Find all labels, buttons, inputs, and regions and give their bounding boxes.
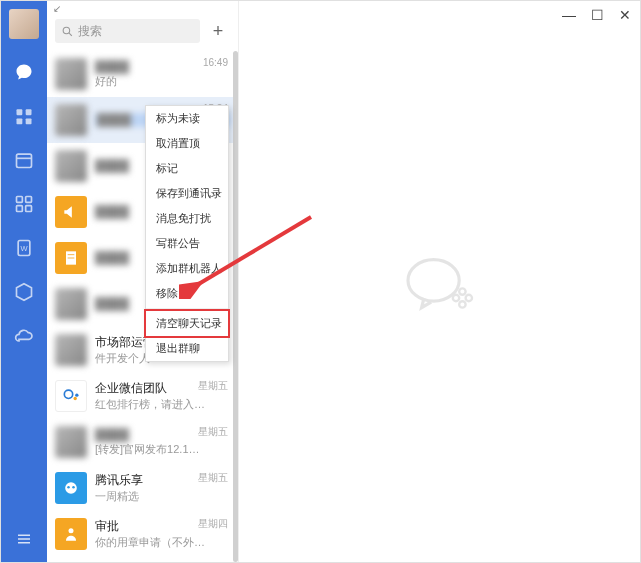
context-menu-item[interactable]: 退出群聊 <box>146 336 228 361</box>
main-area: — ☐ ✕ <box>239 1 640 562</box>
context-menu-item[interactable]: 移除 <box>146 281 228 306</box>
conversation-preview: 红包排行榜，请进入… <box>95 397 230 412</box>
search-row: 搜索 + <box>47 15 238 51</box>
panel-topbar: ↙ <box>47 1 238 15</box>
conversation-time: 星期五 <box>198 425 228 439</box>
conversation-item[interactable]: 审批你的用章申请（不外…星期四 <box>47 511 238 557</box>
conversation-time: 星期五 <box>198 379 228 393</box>
conversation-preview: 好的 <box>95 74 230 89</box>
svg-point-31 <box>452 294 458 300</box>
conversation-time: 星期五 <box>198 471 228 485</box>
context-menu-item[interactable]: 消息免打扰 <box>146 206 228 231</box>
workbench-icon[interactable] <box>13 193 35 215</box>
svg-rect-0 <box>17 109 23 115</box>
context-menu: 标为未读取消置顶标记保存到通讯录消息免打扰写群公告添加群机器人移除清空聊天记录退… <box>145 105 229 362</box>
svg-rect-1 <box>26 109 32 115</box>
cloud-icon[interactable] <box>13 325 35 347</box>
contacts-icon[interactable] <box>13 105 35 127</box>
conversation-item[interactable]: 企业微信团队红包排行榜，请进入…星期五 <box>47 373 238 419</box>
svg-point-23 <box>65 482 77 494</box>
svg-rect-7 <box>26 197 32 203</box>
maximize-button[interactable]: ☐ <box>590 7 604 23</box>
menu-toggle-icon[interactable] <box>13 528 35 550</box>
conversation-time: 16:49 <box>203 57 228 68</box>
svg-rect-3 <box>26 119 32 125</box>
context-menu-item[interactable]: 标为未读 <box>146 106 228 131</box>
window-controls: — ☐ ✕ <box>562 7 632 23</box>
svg-point-24 <box>67 486 70 489</box>
box-icon[interactable] <box>13 281 35 303</box>
svg-point-28 <box>459 288 465 294</box>
context-menu-item[interactable]: 添加群机器人 <box>146 256 228 281</box>
svg-rect-4 <box>17 154 32 167</box>
svg-point-29 <box>465 294 471 300</box>
docs-icon[interactable]: W <box>13 237 35 259</box>
context-menu-item[interactable]: 标记 <box>146 156 228 181</box>
calendar-icon[interactable] <box>13 149 35 171</box>
user-avatar[interactable] <box>9 9 39 39</box>
close-button[interactable]: ✕ <box>618 7 632 23</box>
svg-point-15 <box>63 27 69 34</box>
svg-point-25 <box>72 486 75 489</box>
search-input[interactable]: 搜索 <box>55 19 200 43</box>
search-placeholder: 搜索 <box>78 23 102 40</box>
svg-point-26 <box>69 528 74 533</box>
wecom-logo-icon <box>400 242 480 322</box>
conversation-preview: 你的用章申请（不外… <box>95 535 230 550</box>
svg-rect-8 <box>17 206 23 212</box>
context-menu-item[interactable]: 写群公告 <box>146 231 228 256</box>
conversation-item[interactable]: ████好的16:49 <box>47 51 238 97</box>
svg-point-27 <box>408 259 459 301</box>
svg-rect-9 <box>26 206 32 212</box>
conversation-item[interactable]: ████[转发]官网发布12.1…星期五 <box>47 419 238 465</box>
context-menu-item[interactable]: 取消置顶 <box>146 131 228 156</box>
svg-point-22 <box>75 394 78 397</box>
conversation-time: 星期四 <box>198 517 228 531</box>
conversation-preview: 一周精选 <box>95 489 230 504</box>
svg-rect-2 <box>17 119 23 125</box>
chat-icon[interactable] <box>13 61 35 83</box>
context-menu-clear-history[interactable]: 清空聊天记录 <box>144 309 230 338</box>
svg-rect-6 <box>17 197 23 203</box>
svg-line-16 <box>69 33 72 36</box>
svg-point-21 <box>74 397 77 400</box>
nav-rail: W <box>1 1 47 562</box>
conversation-item[interactable]: 腾讯乐享一周精选星期五 <box>47 465 238 511</box>
svg-point-20 <box>64 390 72 398</box>
context-menu-item[interactable]: 保存到通讯录 <box>146 181 228 206</box>
add-button[interactable]: + <box>206 19 230 43</box>
svg-text:W: W <box>20 244 28 253</box>
magnifier-icon <box>61 25 74 38</box>
conversation-preview: [转发]官网发布12.1… <box>95 442 230 457</box>
minimize-button[interactable]: — <box>562 7 576 23</box>
svg-point-30 <box>459 301 465 307</box>
